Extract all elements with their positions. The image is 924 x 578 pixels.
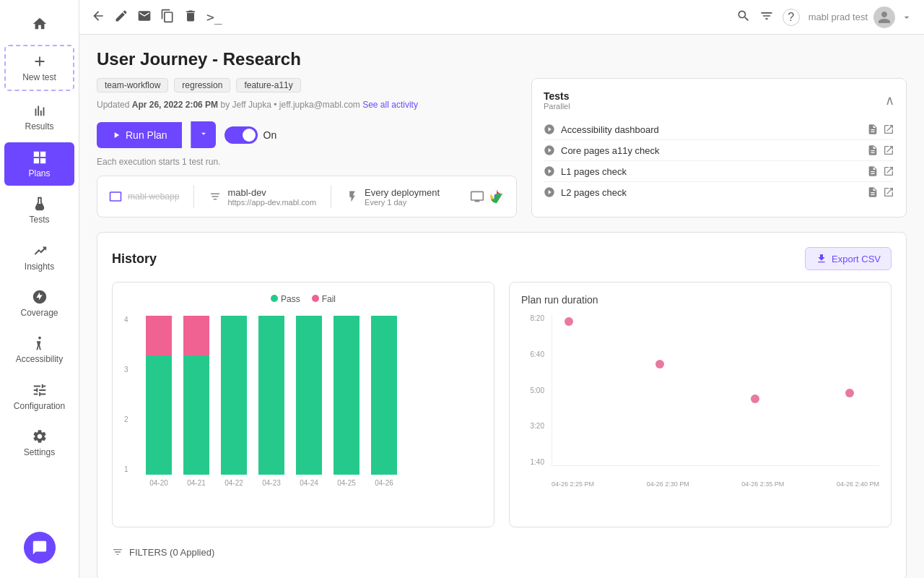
tag-team-workflow[interactable]: team-workflow: [97, 78, 168, 92]
tag-feature-a11y[interactable]: feature-a11y: [236, 78, 300, 92]
bar-04-24: [296, 316, 322, 475]
sidebar-item-coverage[interactable]: Coverage: [4, 282, 74, 325]
page-content: User Journey - Research team-workflow re…: [79, 35, 924, 578]
play-circle-icon: [544, 144, 555, 156]
scatter-y-2: 3:20: [521, 422, 544, 430]
home-icon: [32, 16, 48, 32]
y-label-4: 4: [124, 316, 128, 324]
filters-bar[interactable]: FILTERS (0 Applied): [112, 539, 892, 565]
help-button[interactable]: ?: [783, 9, 800, 26]
trending-up-icon: [32, 243, 48, 259]
env-schedule: Every deployment Every 1 day: [346, 187, 440, 207]
doc-icon-3[interactable]: [867, 165, 879, 177]
copy-button[interactable]: [160, 9, 175, 26]
test-row-icons-4: [867, 186, 894, 198]
play-icon: [111, 130, 121, 140]
scatter-chart-box: Plan run duration 1:40 3:20 5:00 6:40 8:…: [509, 282, 892, 527]
external-link-icon-1[interactable]: [883, 124, 894, 135]
back-button[interactable]: [91, 9, 105, 26]
run-plan-dropdown-button[interactable]: [191, 121, 216, 148]
run-plan-button[interactable]: Run Plan: [97, 122, 182, 148]
doc-icon-4[interactable]: [867, 186, 879, 198]
legend-pass: Pass: [271, 294, 300, 304]
sidebar-item-plans[interactable]: Plans: [4, 142, 74, 186]
search-button[interactable]: [736, 9, 751, 26]
email-button[interactable]: [137, 9, 152, 26]
scatter-y-4: 6:40: [521, 350, 544, 358]
scatter-y-1: 1:40: [521, 458, 544, 466]
scatter-x-1: 04-26 2:25 PM: [552, 480, 594, 488]
collapse-icon: ∧: [885, 93, 894, 108]
edit-button[interactable]: [114, 9, 128, 26]
scatter-x-2: 04-26 2:30 PM: [647, 480, 689, 488]
export-csv-button[interactable]: Export CSV: [805, 247, 892, 270]
sidebar-item-tests[interactable]: Tests: [4, 189, 74, 232]
updated-line: Updated Apr 26, 2022 2:06 PM by Jeff Jup…: [97, 100, 517, 110]
avatar[interactable]: [873, 7, 895, 28]
environment-row: mabl webapp mabl-dev https://app-dev.mab…: [97, 176, 517, 217]
play-circle-icon: [544, 165, 555, 177]
filter-button[interactable]: [759, 9, 774, 26]
tests-panel: Tests Parallel ∧ Accessibility dashboard: [531, 78, 907, 217]
sidebar-item-new-test[interactable]: New test: [4, 45, 74, 91]
x-label-04-23: 04-23: [258, 479, 284, 487]
monitor-icon: [470, 189, 484, 204]
external-link-icon-4[interactable]: [883, 186, 894, 198]
test-row: Core pages a11y check: [544, 140, 894, 161]
sidebar-item-settings[interactable]: Settings: [4, 421, 74, 465]
sidebar-item-configuration[interactable]: Configuration: [4, 375, 74, 418]
x-label-04-25: 04-25: [334, 479, 359, 487]
schedule-line1: Every deployment: [365, 187, 440, 198]
bar-pass: [334, 316, 359, 475]
sidebar-label-settings: Settings: [24, 447, 55, 457]
bar-chart-icon: [32, 103, 48, 118]
lightning-icon: [346, 190, 359, 203]
y-label-1: 1: [124, 465, 128, 473]
sidebar-label-results: Results: [25, 121, 53, 131]
see-activity-link[interactable]: See all activity: [362, 100, 418, 110]
external-link-icon-2[interactable]: [883, 144, 894, 156]
test-row: Accessibility dashboard: [544, 119, 894, 140]
doc-icon-1[interactable]: [867, 124, 879, 135]
bar-04-26: [371, 316, 397, 475]
x-label-04-22: 04-22: [221, 479, 247, 487]
gear-icon: [32, 428, 48, 444]
y-label-2: 2: [124, 415, 128, 423]
x-label-04-26: 04-26: [371, 479, 397, 487]
tests-header: Tests Parallel ∧: [544, 90, 894, 111]
sidebar-item-home[interactable]: [4, 9, 74, 39]
delete-button[interactable]: [183, 9, 198, 26]
play-circle-icon: [544, 186, 555, 198]
env-name: mabl-dev: [227, 187, 316, 198]
schedule-line2: Every 1 day: [365, 198, 440, 207]
test-name-4: L2 pages check: [561, 187, 627, 198]
bar-chart-box: Pass Fail 1 2 3 4: [112, 282, 494, 527]
sidebar-item-results[interactable]: Results: [4, 95, 74, 139]
scatter-point-2: [655, 360, 664, 368]
sidebar-label-configuration: Configuration: [14, 401, 65, 411]
toggle-switch[interactable]: [225, 126, 258, 144]
external-link-icon-3[interactable]: [883, 165, 894, 177]
sidebar-label-insights: Insights: [25, 262, 54, 272]
terminal-button[interactable]: >_: [206, 9, 222, 25]
bar-04-21: [183, 316, 209, 475]
sidebar-label-accessibility: Accessibility: [16, 354, 63, 364]
toolbar: >_ ? mabl prad test: [79, 0, 924, 35]
bar-04-25: [334, 316, 359, 475]
sidebar-item-insights[interactable]: Insights: [4, 236, 74, 279]
sidebar-item-accessibility[interactable]: Accessibility: [4, 328, 74, 371]
env-environment: mabl-dev https://app-dev.mabl.com: [209, 187, 316, 207]
scatter-point-1: [565, 317, 573, 326]
sidebar-label-new-test: New test: [22, 72, 56, 82]
scatter-y-3: 5:00: [521, 387, 544, 394]
bar-pass: [221, 316, 247, 475]
collapse-button[interactable]: ∧: [885, 92, 894, 108]
chat-button[interactable]: [24, 532, 56, 564]
doc-icon-2[interactable]: [867, 144, 879, 156]
bar-fail: [146, 316, 172, 355]
tag-list: team-workflow regression feature-a11y: [97, 78, 517, 92]
tag-regression[interactable]: regression: [174, 78, 230, 92]
app-icon: [109, 190, 122, 203]
terminal-icon: >_: [206, 9, 222, 25]
updated-date: Apr 26, 2022 2:06 PM: [132, 100, 218, 110]
